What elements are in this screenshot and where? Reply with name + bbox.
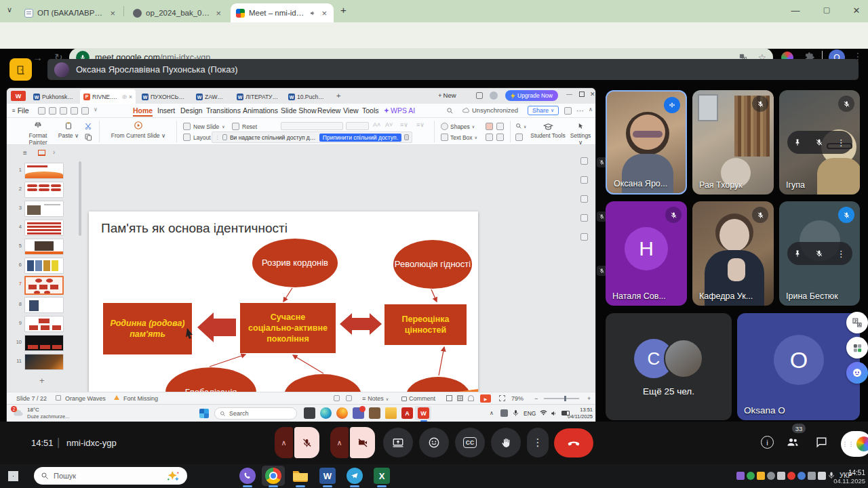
slide-thumbnail[interactable] — [24, 297, 64, 313]
menu-design[interactable]: Design — [180, 106, 203, 115]
decrease-font-icon[interactable]: A˅ — [385, 121, 393, 128]
tray-icon[interactable] — [797, 472, 806, 480]
inner-clock-date[interactable]: 04/11/2025 — [566, 413, 593, 420]
excel-icon[interactable]: X — [373, 467, 391, 485]
reading-view-icon[interactable] — [468, 395, 474, 401]
new-slide-button[interactable]: New Slide∨ — [183, 123, 225, 130]
viber-icon[interactable] — [239, 467, 256, 485]
more-options-button[interactable]: ⋮ — [527, 428, 549, 458]
tray-keyboard-icon[interactable] — [818, 472, 826, 480]
hide-notice-button[interactable] — [404, 134, 409, 140]
menu-view[interactable]: View — [343, 106, 359, 115]
mic-off-icon[interactable] — [815, 138, 823, 146]
cut-icon[interactable] — [84, 122, 92, 130]
chrome-icon[interactable] — [264, 467, 282, 485]
text-box-button[interactable]: Text Box∨ — [441, 134, 477, 141]
menu-more-chevron-icon[interactable]: ∨ — [94, 106, 98, 113]
menu-file[interactable]: ≡File — [12, 106, 29, 115]
video-tile[interactable]: ⋮ Ірина Бестюк — [779, 201, 860, 306]
select-icon[interactable] — [515, 134, 523, 141]
wps-taskbar-icon[interactable]: W — [418, 407, 429, 419]
tab-search-chevron-icon[interactable]: ∨ — [7, 5, 12, 14]
end-call-button[interactable] — [554, 428, 593, 458]
from-current-slide-button[interactable]: From Current Slide ∨ — [106, 121, 171, 140]
font-family-select[interactable] — [281, 122, 343, 130]
slide-thumbnail[interactable] — [24, 316, 64, 332]
zoom-out-button[interactable]: − — [534, 395, 538, 402]
zoom-in-button[interactable]: + — [587, 395, 591, 402]
student-tools-button[interactable]: Student Tools — [530, 121, 566, 140]
tile-more-icon[interactable]: ⋮ — [837, 138, 846, 148]
chart-icon[interactable] — [496, 123, 504, 130]
upgrade-button[interactable]: Upgrade Now — [505, 90, 558, 101]
raise-hand-button[interactable] — [491, 428, 521, 458]
tray-icon[interactable] — [767, 472, 775, 480]
handout-icon[interactable] — [346, 395, 352, 401]
find-button[interactable]: ∨ — [515, 123, 526, 129]
browser-tab-doc[interactable]: ОП (БАКАЛАВР) - 2024 рік впр × — [19, 3, 122, 22]
picture-icon[interactable] — [486, 123, 493, 130]
undo-icon[interactable] — [71, 107, 78, 115]
tab-audio-icon[interactable] — [310, 9, 316, 17]
close-icon[interactable]: × — [129, 94, 132, 100]
meeting-room-button[interactable] — [9, 58, 32, 81]
media-icon[interactable] — [496, 134, 504, 141]
slide-thumbnail[interactable] — [24, 354, 64, 370]
tray-lightning-icon[interactable] — [757, 472, 765, 480]
sync-status[interactable]: Unsynchronized — [462, 106, 518, 114]
print-icon[interactable] — [49, 107, 56, 115]
shapes-button[interactable]: Shapes∨ — [441, 123, 475, 130]
weather-desc[interactable]: Duże zachmurze... — [27, 413, 70, 420]
close-icon[interactable]: × — [214, 8, 222, 18]
add-slide-button[interactable]: + — [39, 375, 45, 386]
tray-wifi-icon[interactable] — [808, 472, 816, 480]
inner-clock-time[interactable]: 13:51 — [574, 407, 593, 413]
wps-logo[interactable]: W — [11, 91, 26, 101]
panel-expand-icon[interactable]: › — [53, 148, 55, 156]
forward-icon[interactable]: → — [33, 52, 43, 63]
search-icon[interactable] — [446, 107, 454, 115]
acrobat-icon[interactable]: A — [401, 407, 413, 419]
layout-grid-icon[interactable] — [564, 107, 572, 115]
wifi-icon[interactable] — [540, 410, 547, 416]
firefox-icon[interactable] — [336, 407, 348, 419]
print-preview-icon[interactable] — [60, 107, 67, 115]
tray-shield-icon[interactable] — [747, 472, 755, 480]
mic-muted-button[interactable] — [294, 427, 319, 458]
volume-icon[interactable] — [551, 410, 557, 417]
mic-options-chevron[interactable]: ∧ — [275, 427, 293, 458]
save-icon[interactable] — [38, 107, 45, 115]
slides-view-icon[interactable] — [38, 150, 45, 156]
wps-doc-tab[interactable]: WЛІТЕРАТУРАе.docx — [233, 90, 282, 104]
captions-button[interactable]: CC — [455, 428, 485, 458]
tile-more-icon[interactable]: ⋮ — [837, 249, 846, 259]
close-icon[interactable]: × — [108, 8, 117, 18]
start-button[interactable] — [8, 471, 18, 481]
tray-viber-icon[interactable] — [736, 472, 745, 480]
pin-icon[interactable] — [793, 249, 802, 258]
tray-mic-icon[interactable] — [513, 409, 519, 417]
window-switch-icon[interactable] — [476, 92, 483, 99]
slide-thumbnail[interactable] — [24, 201, 64, 217]
thumbnail-scrollbar[interactable] — [79, 161, 81, 236]
menu-review[interactable]: Review — [317, 106, 340, 115]
weather-temp[interactable]: 18°C — [27, 407, 39, 413]
wps-doc-tab[interactable]: WZAWD.docx — [193, 90, 231, 104]
camera-off-button[interactable] — [350, 427, 375, 458]
theme-name[interactable]: Orange Waves — [65, 395, 106, 402]
slide-thumbnail-selected[interactable] — [24, 276, 64, 295]
taskbar-search-box[interactable]: Пошук — [34, 467, 187, 485]
floating-assistant-icon[interactable] — [846, 362, 868, 384]
word-icon[interactable]: W — [319, 467, 336, 485]
wps-minimize-button[interactable]: — — [566, 91, 572, 98]
slide-thumbnail[interactable] — [24, 335, 64, 351]
video-tile[interactable]: H Наталя Сов... — [606, 201, 687, 306]
redo-icon[interactable] — [81, 107, 89, 115]
browser-tab-pdf[interactable]: op_2024_bak_035_041_fr.pdf × — [127, 3, 228, 22]
task-view-icon[interactable] — [304, 407, 315, 419]
ai-extension-button[interactable]: ⋮⋮ — [841, 431, 868, 457]
font-size-select[interactable] — [346, 122, 369, 130]
sidebar-animation-icon[interactable] — [580, 214, 588, 222]
sidebar-profile-icon[interactable] — [580, 157, 588, 165]
menu-transitions[interactable]: Transitions — [206, 106, 241, 115]
